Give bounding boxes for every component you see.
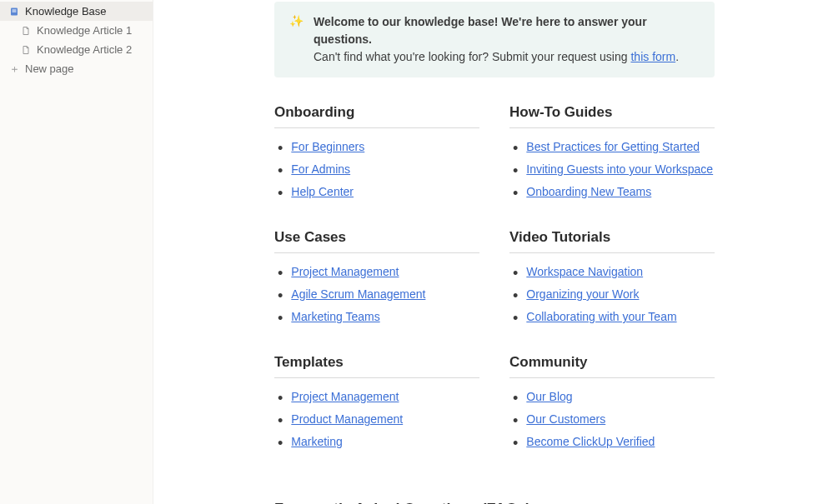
list-item: For Admins	[278, 159, 479, 182]
banner-after: .	[675, 50, 679, 63]
list-item: For Beginners	[278, 137, 479, 159]
banner-text: Welcome to our knowledge base! We're her…	[314, 13, 700, 66]
sections-grid: Onboarding For Beginners For Admins Help…	[274, 104, 715, 454]
sidebar-new-page[interactable]: ＋ New page	[0, 59, 153, 78]
sidebar-item-knowledge-base[interactable]: Knowledge Base	[0, 2, 153, 21]
section-title: Community	[509, 354, 715, 371]
svg-rect-1	[13, 9, 17, 10]
link-list: Workspace Navigation Organizing your Wor…	[509, 262, 715, 329]
section-how-to-guides: How-To Guides Best Practices for Getting…	[509, 104, 715, 204]
list-item: Organizing your Work	[513, 284, 715, 307]
notebook-icon	[8, 6, 20, 17]
divider	[509, 127, 715, 128]
link-template-marketing[interactable]: Marketing	[291, 435, 342, 448]
banner-body: Can't find what you're looking for? Subm…	[314, 50, 630, 63]
list-item: Marketing Teams	[278, 307, 479, 329]
document-icon	[20, 25, 32, 37]
section-title: How-To Guides	[509, 104, 715, 121]
main-content: ✨ Welcome to our knowledge base! We're h…	[153, 0, 823, 504]
list-item: Inviting Guests into your Workspace	[513, 159, 715, 182]
section-onboarding: Onboarding For Beginners For Admins Help…	[274, 104, 479, 204]
faq-title: Frequently Asked Questions (FAQs)	[274, 501, 715, 504]
link-workspace-navigation[interactable]: Workspace Navigation	[526, 265, 643, 278]
link-inviting-guests[interactable]: Inviting Guests into your Workspace	[526, 162, 713, 176]
section-title: Onboarding	[274, 104, 479, 121]
welcome-banner: ✨ Welcome to our knowledge base! We're h…	[274, 2, 715, 77]
link-list: For Beginners For Admins Help Center	[274, 137, 479, 204]
list-item: Our Blog	[513, 387, 715, 409]
section-community: Community Our Blog Our Customers Become …	[509, 354, 715, 454]
link-onboarding-teams[interactable]: Onboarding New Teams	[526, 185, 651, 198]
link-collaborating[interactable]: Collaborating with your Team	[526, 310, 676, 323]
sparkle-icon: ✨	[289, 13, 304, 66]
banner-form-link[interactable]: this form	[630, 50, 675, 63]
svg-rect-2	[13, 11, 17, 12]
section-title: Templates	[274, 354, 479, 371]
list-item: Onboarding New Teams	[513, 182, 715, 204]
section-title: Use Cases	[274, 229, 479, 246]
link-best-practices[interactable]: Best Practices for Getting Started	[526, 140, 700, 153]
sidebar-item-label: New page	[25, 62, 74, 75]
link-become-verified[interactable]: Become ClickUp Verified	[526, 435, 655, 448]
link-template-project-management[interactable]: Project Management	[291, 390, 399, 403]
divider	[274, 252, 479, 253]
list-item: Best Practices for Getting Started	[513, 137, 715, 159]
list-item: Marketing	[278, 432, 479, 454]
link-our-customers[interactable]: Our Customers	[526, 412, 605, 426]
link-template-product-management[interactable]: Product Management	[291, 412, 403, 426]
sidebar-item-label: Knowledge Base	[25, 5, 107, 17]
section-video-tutorials: Video Tutorials Workspace Navigation Org…	[509, 229, 715, 329]
list-item: Our Customers	[513, 409, 715, 432]
list-item: Become ClickUp Verified	[513, 432, 715, 454]
list-item: Product Management	[278, 409, 479, 432]
list-item: Workspace Navigation	[513, 262, 715, 284]
section-use-cases: Use Cases Project Management Agile Scrum…	[274, 229, 479, 329]
link-for-beginners[interactable]: For Beginners	[291, 140, 364, 153]
divider	[509, 377, 715, 378]
plus-icon: ＋	[8, 63, 20, 75]
list-item: Project Management	[278, 262, 479, 284]
link-help-center[interactable]: Help Center	[291, 185, 354, 198]
list-item: Collaborating with your Team	[513, 307, 715, 329]
sidebar-item-article-1[interactable]: Knowledge Article 1	[0, 21, 153, 40]
list-item: Agile Scrum Management	[278, 284, 479, 307]
section-title: Video Tutorials	[509, 229, 715, 246]
section-templates: Templates Project Management Product Man…	[274, 354, 479, 454]
sidebar: Knowledge Base Knowledge Article 1 Knowl…	[0, 0, 153, 504]
list-item: Project Management	[278, 387, 479, 409]
link-project-management[interactable]: Project Management	[291, 265, 399, 278]
link-list: Best Practices for Getting Started Invit…	[509, 137, 715, 204]
divider	[274, 377, 479, 378]
sidebar-item-label: Knowledge Article 2	[37, 43, 132, 56]
sidebar-item-article-2[interactable]: Knowledge Article 2	[0, 40, 153, 59]
divider	[274, 127, 479, 128]
faq-section: Frequently Asked Questions (FAQs) ▶ Ques…	[274, 501, 715, 504]
sidebar-item-label: Knowledge Article 1	[37, 24, 132, 37]
link-list: Project Management Agile Scrum Managemen…	[274, 262, 479, 329]
link-our-blog[interactable]: Our Blog	[526, 390, 572, 403]
link-marketing-teams[interactable]: Marketing Teams	[291, 310, 379, 323]
divider	[509, 252, 715, 253]
list-item: Help Center	[278, 182, 479, 204]
link-for-admins[interactable]: For Admins	[291, 162, 350, 176]
document-icon	[20, 44, 32, 56]
link-list: Project Management Product Management Ma…	[274, 387, 479, 454]
link-list: Our Blog Our Customers Become ClickUp Ve…	[509, 387, 715, 454]
link-agile-scrum[interactable]: Agile Scrum Management	[291, 287, 425, 301]
banner-title: Welcome to our knowledge base! We're her…	[314, 15, 647, 46]
link-organizing-work[interactable]: Organizing your Work	[526, 287, 639, 301]
